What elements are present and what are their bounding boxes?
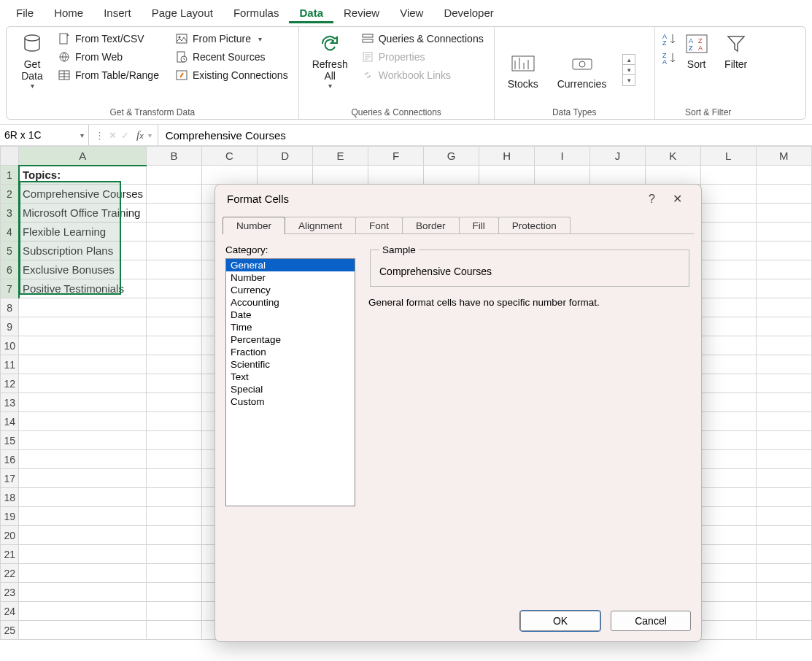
category-item-scientific[interactable]: Scientific <box>226 358 355 371</box>
cell-L23[interactable] <box>700 583 756 602</box>
cell-B8[interactable] <box>147 298 202 317</box>
cell-C1[interactable] <box>202 166 258 185</box>
cell-A18[interactable] <box>19 488 147 507</box>
cell-M23[interactable] <box>756 583 811 602</box>
cell-A13[interactable] <box>19 393 147 412</box>
column-header-H[interactable]: H <box>479 147 535 166</box>
cell-B1[interactable] <box>147 166 202 185</box>
cell-A4[interactable]: Flexible Learning <box>19 223 147 241</box>
cell-B5[interactable] <box>147 241 202 260</box>
column-header-F[interactable]: F <box>368 147 424 166</box>
row-header-18[interactable]: 18 <box>1 488 19 507</box>
cell-M6[interactable] <box>756 260 811 279</box>
filter-button[interactable]: Filter <box>718 30 754 71</box>
ribbon-tab-view[interactable]: View <box>390 4 433 23</box>
chevron-down-icon[interactable]: ▾ <box>80 131 84 139</box>
cell-M1[interactable] <box>756 166 811 185</box>
ribbon-tab-insert[interactable]: Insert <box>93 4 142 23</box>
currencies-datatype-button[interactable]: Currencies <box>552 50 613 91</box>
cell-M20[interactable] <box>756 526 811 545</box>
cell-A19[interactable] <box>19 507 147 526</box>
cell-M13[interactable] <box>756 393 811 412</box>
cell-G1[interactable] <box>424 166 479 185</box>
cell-M5[interactable] <box>756 241 811 260</box>
dialog-close-button[interactable]: ✕ <box>665 190 689 208</box>
cell-A20[interactable] <box>19 526 147 545</box>
cell-B24[interactable] <box>147 602 202 621</box>
row-header-11[interactable]: 11 <box>1 355 19 374</box>
cell-B10[interactable] <box>147 336 202 355</box>
row-header-17[interactable]: 17 <box>1 469 19 488</box>
category-item-time[interactable]: Time <box>226 321 355 333</box>
ribbon-tab-review[interactable]: Review <box>333 4 390 23</box>
column-header-E[interactable]: E <box>313 147 368 166</box>
dialog-tab-alignment[interactable]: Alignment <box>285 217 356 234</box>
formula-bar-input[interactable]: Comprehensive Courses <box>158 129 812 142</box>
cell-B2[interactable] <box>147 185 202 204</box>
from-web-button[interactable]: From Web <box>55 48 162 66</box>
dialog-tab-protection[interactable]: Protection <box>498 217 571 234</box>
category-item-custom[interactable]: Custom <box>226 395 355 408</box>
cell-B11[interactable] <box>147 355 202 374</box>
category-item-text[interactable]: Text <box>226 371 355 383</box>
cell-M18[interactable] <box>756 488 811 507</box>
cell-B21[interactable] <box>147 545 202 564</box>
cell-B14[interactable] <box>147 412 202 431</box>
cell-K1[interactable] <box>645 166 700 185</box>
cell-M3[interactable] <box>756 204 811 223</box>
cell-B4[interactable] <box>147 223 202 241</box>
cell-A22[interactable] <box>19 564 147 583</box>
cell-M25[interactable] <box>756 621 811 640</box>
cell-B13[interactable] <box>147 393 202 412</box>
existing-connections-button[interactable]: Existing Connections <box>172 66 291 84</box>
datatype-gallery-spinner[interactable]: ▴▾▾ <box>622 54 635 86</box>
cell-A23[interactable] <box>19 583 147 602</box>
cell-L1[interactable] <box>700 166 756 185</box>
column-header-M[interactable]: M <box>756 147 811 166</box>
cell-M2[interactable] <box>756 185 811 204</box>
row-header-13[interactable]: 13 <box>1 393 19 412</box>
ribbon-tab-home[interactable]: Home <box>44 4 93 23</box>
cell-L18[interactable] <box>700 488 756 507</box>
cell-M4[interactable] <box>756 223 811 241</box>
cell-B25[interactable] <box>147 621 202 640</box>
category-item-general[interactable]: General <box>226 259 355 271</box>
cell-L9[interactable] <box>700 317 756 336</box>
cell-L19[interactable] <box>700 507 756 526</box>
sort-asc-icon[interactable]: AZ <box>662 33 676 46</box>
column-header-C[interactable]: C <box>202 147 258 166</box>
cell-L10[interactable] <box>700 336 756 355</box>
category-item-percentage[interactable]: Percentage <box>226 333 355 346</box>
cell-M10[interactable] <box>756 336 811 355</box>
row-header-6[interactable]: 6 <box>1 260 19 279</box>
cell-A14[interactable] <box>19 412 147 431</box>
cell-M22[interactable] <box>756 564 811 583</box>
row-header-3[interactable]: 3 <box>1 204 19 223</box>
row-header-23[interactable]: 23 <box>1 583 19 602</box>
ok-button[interactable]: OK <box>520 611 600 631</box>
cell-L7[interactable] <box>700 279 756 298</box>
dialog-tab-font[interactable]: Font <box>355 217 403 234</box>
cell-L8[interactable] <box>700 298 756 317</box>
column-header-I[interactable]: I <box>535 147 590 166</box>
cell-B22[interactable] <box>147 564 202 583</box>
category-item-fraction[interactable]: Fraction <box>226 346 355 358</box>
ribbon-tab-page-layout[interactable]: Page Layout <box>142 4 223 23</box>
column-header-B[interactable]: B <box>147 147 202 166</box>
cell-M12[interactable] <box>756 374 811 393</box>
column-header-K[interactable]: K <box>645 147 700 166</box>
cell-A16[interactable] <box>19 450 147 469</box>
cell-M7[interactable] <box>756 279 811 298</box>
cell-B16[interactable] <box>147 450 202 469</box>
row-header-1[interactable]: 1 <box>1 166 19 185</box>
row-header-15[interactable]: 15 <box>1 431 19 450</box>
cell-M19[interactable] <box>756 507 811 526</box>
cell-A1[interactable]: Topics: <box>19 166 147 185</box>
ribbon-tab-file[interactable]: File <box>6 4 44 23</box>
cell-A3[interactable]: Microsoft Office Training <box>19 204 147 223</box>
chevron-down-icon[interactable]: ▾ <box>148 131 152 139</box>
cell-F1[interactable] <box>368 166 424 185</box>
ribbon-tab-data[interactable]: Data <box>289 4 333 23</box>
cell-L21[interactable] <box>700 545 756 564</box>
cell-A2[interactable]: Comprehensive Courses <box>19 185 147 204</box>
